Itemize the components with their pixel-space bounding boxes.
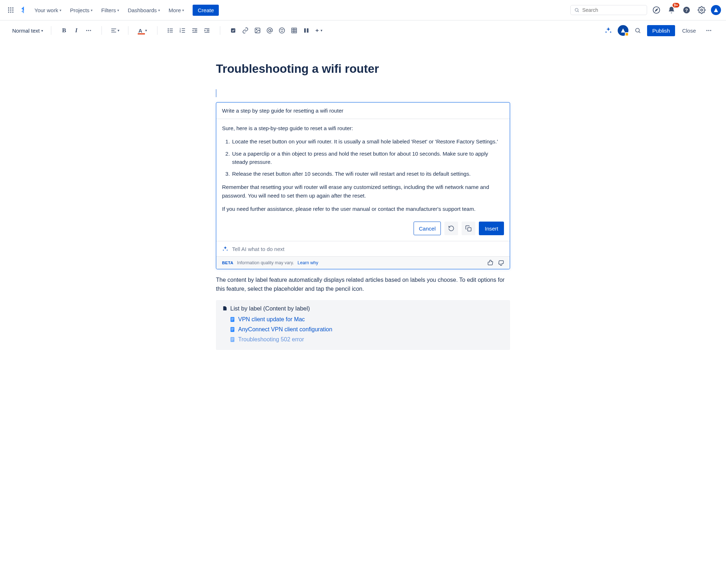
ai-sparkle-icon[interactable] (603, 25, 614, 36)
global-nav: Your work▾ Projects▾ Filters▾ Dashboards… (0, 0, 726, 20)
italic-button[interactable]: I (71, 25, 82, 36)
nav-dashboards[interactable]: Dashboards▾ (124, 5, 164, 15)
create-button[interactable]: Create (193, 5, 219, 16)
svg-rect-68 (231, 327, 235, 332)
svg-point-6 (8, 11, 9, 13)
find-button[interactable] (632, 25, 644, 36)
chevron-down-icon: ▾ (91, 8, 93, 12)
svg-point-46 (279, 28, 284, 33)
page-icon (222, 305, 227, 311)
jira-logo-icon[interactable] (18, 4, 29, 16)
nav-filters[interactable]: Filters▾ (98, 5, 123, 15)
ai-response-body: Sure, here is a step-by-step guide to re… (216, 119, 510, 220)
editor-canvas[interactable]: Troubleshooting a wifi router Write a st… (0, 41, 726, 588)
align-dropdown[interactable]: ▾ (109, 25, 121, 36)
ai-note: Remember that resetting your wifi router… (222, 183, 504, 200)
svg-rect-65 (231, 318, 234, 318)
svg-point-58 (636, 28, 640, 32)
svg-point-24 (168, 30, 169, 31)
discover-icon[interactable] (651, 4, 662, 16)
more-actions-button[interactable] (703, 25, 715, 36)
svg-rect-67 (231, 320, 233, 320)
macro-list-item[interactable]: Troubleshooting 502 error (230, 336, 504, 343)
body-paragraph[interactable]: The content by label feature automatical… (216, 276, 510, 294)
nav-more[interactable]: More▾ (165, 5, 188, 15)
global-search[interactable] (570, 5, 647, 15)
mention-button[interactable] (264, 25, 275, 36)
svg-rect-55 (307, 28, 308, 33)
indent-button[interactable] (201, 25, 213, 36)
text-color-button[interactable]: A ▾ (136, 25, 150, 36)
svg-rect-74 (231, 339, 234, 339)
svg-rect-64 (231, 317, 235, 322)
svg-point-47 (281, 29, 282, 30)
thumbs-down-button[interactable] (498, 260, 504, 266)
ai-retry-button[interactable] (444, 222, 458, 235)
chevron-down-icon: ▾ (182, 8, 184, 12)
macro-list-item[interactable]: AnyConnect VPN client configuration (230, 326, 504, 333)
settings-icon[interactable] (696, 4, 707, 16)
content-by-label-macro[interactable]: List by label (Content by label) VPN cli… (216, 300, 510, 350)
link-button[interactable] (240, 25, 251, 36)
presence-avatar[interactable] (618, 25, 628, 36)
bold-button[interactable]: B (58, 25, 70, 36)
outdent-button[interactable] (189, 25, 201, 36)
help-icon[interactable]: ? (681, 4, 692, 16)
action-item-button[interactable] (227, 25, 239, 36)
search-icon (574, 7, 579, 13)
close-button[interactable]: Close (679, 25, 699, 36)
chevron-down-icon: ▾ (321, 29, 322, 32)
macro-list-item[interactable]: VPN client update for Mac (230, 316, 504, 323)
publish-button[interactable]: Publish (647, 25, 675, 36)
search-input[interactable] (582, 7, 643, 13)
svg-point-18 (90, 30, 91, 31)
chevron-down-icon: ▾ (41, 29, 43, 33)
ai-followup-input[interactable]: Tell AI what to do next (216, 241, 510, 256)
chevron-down-icon: ▾ (118, 29, 119, 32)
svg-marker-12 (655, 9, 657, 11)
macro-title: List by label (Content by label) (222, 305, 504, 312)
svg-point-2 (12, 8, 13, 9)
nav-projects[interactable]: Projects▾ (66, 5, 96, 15)
svg-point-44 (256, 29, 257, 30)
svg-point-61 (708, 30, 710, 31)
nav-your-work[interactable]: Your work▾ (31, 5, 65, 15)
app-switcher-icon[interactable] (5, 4, 16, 16)
ai-followup-placeholder: Tell AI what to do next (232, 246, 284, 252)
profile-avatar[interactable] (711, 5, 721, 15)
image-button[interactable] (252, 25, 263, 36)
editor-caret-line[interactable] (216, 89, 510, 97)
ai-learn-why-link[interactable]: Learn why (298, 260, 319, 265)
svg-point-15 (701, 9, 703, 11)
thumbs-up-button[interactable] (487, 260, 494, 266)
svg-point-60 (706, 30, 707, 31)
ai-step: Use a paperclip or a thin object to pres… (231, 150, 504, 166)
notif-badge: 9+ (673, 3, 679, 8)
ai-step: Release the reset button after 10 second… (231, 170, 504, 178)
insert-dropdown[interactable]: ▾ (313, 25, 324, 36)
notifications-icon[interactable]: 9+ (666, 4, 677, 16)
svg-point-1 (10, 8, 11, 9)
bullet-list-button[interactable] (165, 25, 176, 36)
ai-copy-button[interactable] (462, 222, 475, 235)
table-button[interactable] (288, 25, 300, 36)
page-title[interactable]: Troubleshooting a wifi router (216, 62, 510, 76)
svg-point-7 (10, 11, 11, 13)
editor-toolbar: Normal text▾ B I ▾ A ▾ 123 (0, 20, 726, 41)
svg-point-0 (8, 8, 9, 9)
numbered-list-button[interactable]: 123 (177, 25, 188, 36)
svg-rect-72 (231, 337, 235, 342)
emoji-button[interactable] (276, 25, 288, 36)
svg-rect-71 (231, 330, 233, 330)
layouts-button[interactable] (301, 25, 312, 36)
svg-rect-66 (231, 319, 234, 319)
doc-icon (230, 337, 235, 342)
svg-point-4 (10, 9, 11, 10)
text-style-dropdown[interactable]: Normal text▾ (9, 25, 47, 36)
svg-rect-42 (231, 28, 235, 33)
ai-insert-button[interactable]: Insert (479, 222, 504, 235)
more-formatting-button[interactable] (83, 25, 94, 36)
beta-tag: BETA (222, 261, 234, 265)
ai-cancel-button[interactable]: Cancel (414, 222, 441, 235)
svg-rect-31 (182, 30, 185, 31)
